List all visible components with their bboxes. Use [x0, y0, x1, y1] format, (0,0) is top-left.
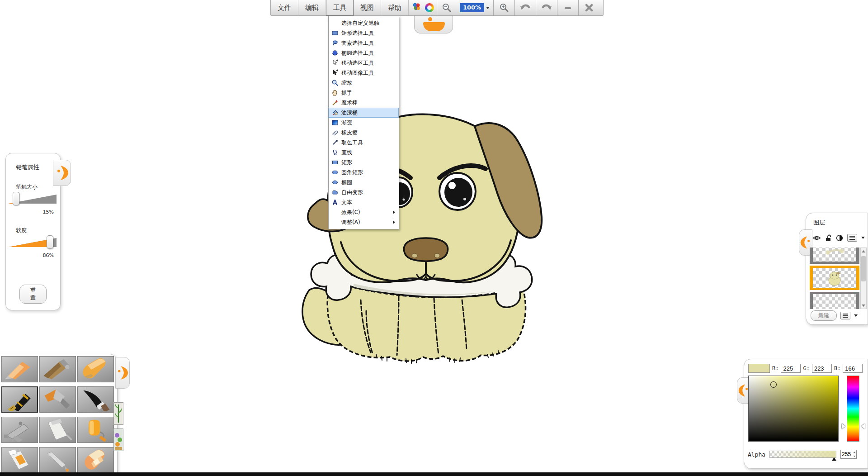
menu-item-rounded-rect[interactable]: 圆角矩形 [329, 167, 399, 177]
redo-button[interactable] [536, 0, 557, 15]
fountain-pen-icon [2, 387, 37, 411]
menu-edit[interactable]: 编辑 [298, 0, 326, 15]
brush-airbrush[interactable] [1, 417, 38, 443]
menu-item-gradient[interactable]: 渐变 [329, 118, 399, 128]
menu-item-eyedropper[interactable]: 取色工具 [329, 138, 399, 148]
ellipse-icon [329, 179, 341, 186]
flat-brush-icon [40, 417, 75, 442]
menu-item-rect-select[interactable]: 矩形选择工具 [329, 28, 399, 38]
brush-fountain-pen[interactable] [1, 386, 38, 413]
menu-item-move-image[interactable]: 移动图像工具 [329, 68, 399, 78]
brushes-panel [0, 354, 118, 476]
menu-item-text[interactable]: 文本 [329, 197, 399, 207]
close-button[interactable] [579, 0, 599, 15]
zoom-out-button[interactable] [437, 0, 456, 15]
spinner-up-icon[interactable] [853, 452, 855, 453]
zoom-in-icon [499, 3, 509, 13]
menu-item-eraser[interactable]: 橡皮擦 [329, 128, 399, 138]
layer-options-caret-icon[interactable] [861, 237, 865, 239]
menu-item-adjust[interactable]: 调整(A) [329, 217, 399, 227]
brushes-panel-tab[interactable] [115, 357, 130, 389]
brush-eraser-stick[interactable] [77, 447, 114, 473]
reset-button[interactable]: 重置 [19, 285, 47, 304]
saturation-value-box[interactable] [748, 376, 839, 442]
alpha-slider[interactable] [769, 451, 836, 458]
softness-handle[interactable] [47, 235, 53, 249]
layer-row-selected[interactable] [810, 266, 859, 290]
layers-menu-caret-icon[interactable] [854, 314, 858, 317]
menu-item-magic-wand[interactable]: 魔术棒 [329, 98, 399, 108]
scroll-up-button[interactable] [861, 248, 866, 254]
menu-help[interactable]: 帮助 [381, 0, 409, 15]
brush-paintbrush[interactable] [39, 386, 76, 413]
menu-view[interactable]: 视图 [354, 0, 381, 15]
layer-options-button[interactable] [847, 234, 857, 242]
hue-marker-right-icon[interactable] [861, 424, 865, 429]
menu-item-ellipse-select[interactable]: 椭圆选择工具 [329, 48, 399, 58]
brush-charcoal-pencil[interactable] [39, 356, 76, 382]
dog-layer-thumbnail [813, 268, 856, 288]
menu-item-hand[interactable]: 抓手 [329, 88, 399, 98]
menu-item-rectangle[interactable]: 矩形 [329, 157, 399, 167]
scrollbar-thumb[interactable] [861, 256, 866, 281]
bamboo-preset-thumbnail[interactable] [113, 402, 123, 425]
mosaic-logo-icon[interactable] [411, 2, 421, 14]
crayon-icon [78, 357, 113, 381]
pencil-panel-title: 铅笔属性 [16, 163, 60, 171]
layers-menu-button[interactable] [840, 312, 850, 319]
submenu-arrow-icon [393, 210, 395, 214]
visibility-eye-icon[interactable] [812, 235, 821, 241]
menu-item-lasso-select[interactable]: 套索选择工具 [329, 38, 399, 48]
current-color-swatch[interactable] [748, 364, 770, 373]
layer-row-top[interactable] [810, 248, 859, 264]
menu-item-ellipse[interactable]: 椭圆 [329, 177, 399, 187]
blue-input[interactable] [843, 364, 863, 373]
menu-item-effects[interactable]: 效果(C) [329, 207, 399, 217]
menu-item-line[interactable]: 直线 [329, 148, 399, 157]
brush-size-slider[interactable] [9, 193, 57, 206]
rainbow-globe-icon[interactable] [425, 3, 434, 12]
brush-paint-tube[interactable] [1, 447, 38, 473]
contrast-icon[interactable] [836, 234, 843, 242]
toolbar-logo-tab[interactable] [414, 15, 453, 33]
menu-tools[interactable]: 工具 [326, 0, 354, 16]
rect-select-icon [329, 29, 341, 37]
layer-row-bottom[interactable] [810, 292, 859, 309]
minimize-button[interactable] [557, 0, 578, 15]
softness-label: 软度 [16, 227, 60, 234]
text-icon [329, 199, 341, 206]
brush-ink-brush[interactable] [77, 386, 114, 413]
image-preset-thumbnail[interactable] [113, 428, 123, 451]
new-layer-button[interactable]: 新建 [811, 310, 837, 321]
alpha-spinner[interactable] [852, 450, 856, 458]
color-selection-marker[interactable] [770, 381, 777, 388]
menu-file-label: 文件 [278, 4, 291, 12]
menu-file[interactable]: 文件 [271, 0, 298, 15]
spinner-down-icon[interactable] [853, 456, 855, 457]
red-input[interactable] [781, 364, 801, 373]
hue-marker-left-icon[interactable] [842, 424, 845, 429]
brush-size-handle[interactable] [13, 192, 19, 205]
zoom-level-control[interactable]: 100% [456, 0, 493, 15]
alpha-value-input[interactable] [841, 450, 852, 458]
hue-bar[interactable] [847, 376, 859, 442]
softness-slider[interactable] [9, 236, 57, 250]
brush-flat-brush[interactable] [39, 417, 76, 443]
undo-button[interactable] [515, 0, 536, 15]
brush-pencil[interactable] [1, 356, 38, 382]
menu-item-zoom[interactable]: 缩放 [329, 78, 399, 88]
brush-liner-brush[interactable] [39, 447, 76, 473]
layer-scrollbar[interactable] [860, 248, 867, 309]
unlock-icon[interactable] [825, 234, 832, 242]
menu-item-paint-bucket[interactable]: 油漆桶 [329, 108, 399, 118]
zoom-dropdown-caret-icon[interactable] [486, 7, 490, 9]
brush-paint-roller[interactable] [77, 417, 114, 443]
scroll-down-button[interactable] [861, 302, 866, 309]
alpha-marker-icon[interactable] [832, 457, 836, 461]
menu-item-custom-brush[interactable]: 选择自定义笔触 [329, 18, 399, 28]
menu-item-move-selection[interactable]: 移动选区工具 [329, 58, 399, 68]
zoom-in-button[interactable] [494, 0, 514, 15]
brush-crayon[interactable] [77, 356, 114, 382]
green-input[interactable] [812, 364, 832, 373]
menu-item-free-transform[interactable]: 自由变形 [329, 187, 399, 197]
